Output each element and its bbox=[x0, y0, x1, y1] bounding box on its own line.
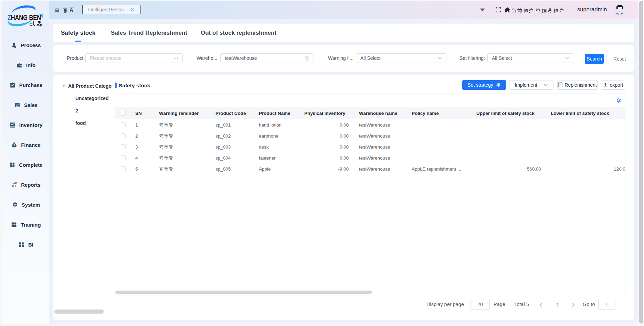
svg-text:ZHANG BEN: ZHANG BEN bbox=[8, 13, 41, 21]
